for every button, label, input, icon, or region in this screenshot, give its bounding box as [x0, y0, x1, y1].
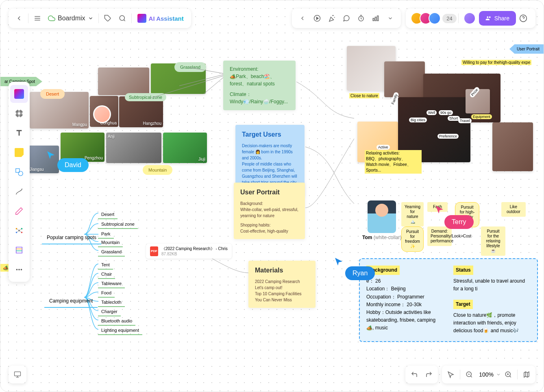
- chart-button[interactable]: [368, 11, 383, 26]
- current-user-avatar[interactable]: [463, 12, 476, 24]
- map-tag-90s[interactable]: 90s go: [439, 110, 453, 115]
- sticky-relaxing[interactable]: Pursuit for the relaxing lifestyle☕: [481, 226, 505, 256]
- connector-tool[interactable]: [10, 183, 28, 200]
- pill-desert[interactable]: Desert: [40, 89, 65, 99]
- map-tag-big-cities[interactable]: Big cities: [409, 118, 427, 122]
- user-avatar-circle[interactable]: [93, 105, 111, 123]
- help-button[interactable]: [516, 11, 531, 26]
- label-close-to-nature[interactable]: Close to nature: [349, 93, 379, 98]
- tag-button[interactable]: [100, 11, 115, 26]
- text-tool[interactable]: [10, 124, 28, 142]
- sticky-like-outdoor[interactable]: Like outdoor: [501, 202, 526, 217]
- toolbar-left-group: Boardmix AI Assistant: [9, 9, 191, 28]
- sticky-demand[interactable]: Demand: Personality/Look>Cost performanc…: [427, 226, 452, 246]
- map-tag-well[interactable]: Well: [426, 110, 437, 115]
- image-pengzhou[interactable]: Pengzhou: [61, 133, 104, 162]
- avatar: [429, 12, 441, 24]
- mindmap-leaf[interactable]: Subtropical zone: [98, 220, 138, 229]
- note-user-portrait[interactable]: User Portrait Background: White-collar, …: [234, 183, 305, 239]
- mindmap-leaf[interactable]: Tent: [98, 261, 113, 270]
- minimap-button[interactable]: [519, 367, 534, 382]
- redo-button[interactable]: [422, 367, 436, 382]
- mindmap-leaf[interactable]: Tablecloth: [98, 298, 125, 307]
- cursor-ryan: Ryan: [345, 266, 375, 280]
- board-name[interactable]: Boardmix: [45, 15, 97, 22]
- map-tag-active[interactable]: Active: [376, 145, 390, 150]
- persona-avatar-icon: [368, 200, 396, 233]
- mindmap-leaf[interactable]: Park: [98, 230, 114, 239]
- undo-button[interactable]: [407, 367, 422, 382]
- map-tag-preference[interactable]: Preference: [437, 134, 459, 139]
- detail-target-heading: Target: [453, 300, 473, 309]
- svg-rect-9: [373, 18, 374, 21]
- shape-tool[interactable]: [10, 163, 28, 181]
- pill-subtropical[interactable]: Subtropical zone: [125, 93, 166, 101]
- mindmap-leaf[interactable]: Food: [98, 289, 115, 298]
- image-campfire[interactable]: [384, 61, 425, 97]
- mindmap-root-equipment[interactable]: Camping equipment: [44, 295, 98, 308]
- more-tool[interactable]: [10, 261, 28, 279]
- search-button[interactable]: [115, 11, 130, 26]
- image-small[interactable]: [466, 89, 490, 113]
- label-willing-to-pay[interactable]: Willing to pay for thehigh-quality expe: [461, 60, 531, 65]
- map-tag-equipment[interactable]: Equipment: [471, 114, 492, 119]
- pdf-icon: PDF: [150, 246, 158, 256]
- sticky-yearning[interactable]: Yearning for nature🏔️: [401, 202, 424, 226]
- image-picnic[interactable]: [492, 122, 533, 171]
- bottom-right-controls: 100%: [405, 366, 535, 383]
- image-jiuji[interactable]: Jiuji: [163, 133, 207, 163]
- svg-point-4: [120, 15, 124, 20]
- mindmap-leaf[interactable]: Chair: [98, 270, 115, 279]
- zoom-out-button[interactable]: [462, 367, 477, 382]
- frame-tool[interactable]: [10, 105, 28, 122]
- image-tent1[interactable]: [98, 68, 149, 95]
- zoom-in-button[interactable]: [501, 367, 516, 382]
- collapse-button[interactable]: [295, 11, 310, 26]
- pointer-mode-button[interactable]: [444, 367, 458, 382]
- more-tools-button[interactable]: [383, 11, 398, 26]
- svg-line-27: [19, 229, 22, 231]
- template-tool[interactable]: [10, 241, 28, 259]
- map-tag-travel[interactable]: Travel: [458, 118, 472, 123]
- user-portrait-tag[interactable]: User Portrait: [509, 44, 544, 54]
- mindmap-root-spots[interactable]: Popular camping spots: [42, 231, 101, 244]
- mindmap-leaf[interactable]: Grassland: [98, 248, 125, 257]
- ai-assistant-button[interactable]: AI Assistant: [133, 14, 188, 23]
- mindmap-leaf[interactable]: Tableware: [98, 279, 125, 288]
- note-materials[interactable]: Materials 2022 Camping Research Let's ca…: [248, 261, 316, 308]
- celebrate-button[interactable]: [324, 11, 339, 26]
- share-button[interactable]: Share: [479, 11, 516, 26]
- pill-mountain[interactable]: Mountain: [143, 165, 172, 175]
- select-tool[interactable]: [10, 85, 28, 103]
- bottom-left-button[interactable]: [9, 366, 26, 383]
- mindmap-leaf[interactable]: Mountain: [98, 238, 123, 247]
- sticky-note-tool[interactable]: [10, 144, 28, 161]
- sticky-icon: [15, 148, 24, 157]
- cursor-terry: Terry: [444, 215, 474, 229]
- sticky-freedom[interactable]: Pursuit for freedom ✨: [401, 226, 424, 252]
- detail-panel[interactable]: Background e： 26 Location： Beijing Occup…: [359, 258, 538, 342]
- file-attachment[interactable]: PDF 《2022 Camping Research》 - Chris 87.8…: [146, 244, 232, 259]
- mindmap-leaf[interactable]: Bluetooth audio: [98, 317, 135, 326]
- menu-button[interactable]: [30, 11, 45, 26]
- pill-grassland[interactable]: Grassland: [174, 62, 206, 72]
- detail-status-heading: Status: [453, 266, 473, 275]
- persona-tom[interactable]: Tom (white-collar): [362, 200, 401, 240]
- image-anji[interactable]: Anji: [106, 133, 161, 163]
- detail-age: e： 26: [366, 277, 444, 285]
- comment-button[interactable]: [339, 11, 354, 26]
- chevron-down-icon: [496, 372, 501, 377]
- back-button[interactable]: [12, 11, 26, 26]
- pen-tool[interactable]: [10, 202, 28, 220]
- mindmap-tool[interactable]: [10, 222, 28, 240]
- timer-button[interactable]: [354, 11, 368, 26]
- zoom-level[interactable]: 100%: [477, 371, 496, 378]
- mindmap-leaf[interactable]: Charger: [98, 307, 121, 316]
- mindmap-leaf[interactable]: Lighting equipment: [98, 326, 142, 335]
- note-environment[interactable]: Environment: 🏕️Park、beach🏖️、forest、natur…: [223, 61, 296, 110]
- label-relaxing[interactable]: Relaxing activities: BBQ、photography、 Wa…: [365, 150, 422, 174]
- collaborator-avatars[interactable]: 24: [411, 12, 456, 24]
- mindmap-leaf[interactable]: Desert: [98, 210, 118, 219]
- presentation-icon: [13, 370, 22, 379]
- play-button[interactable]: [310, 11, 324, 26]
